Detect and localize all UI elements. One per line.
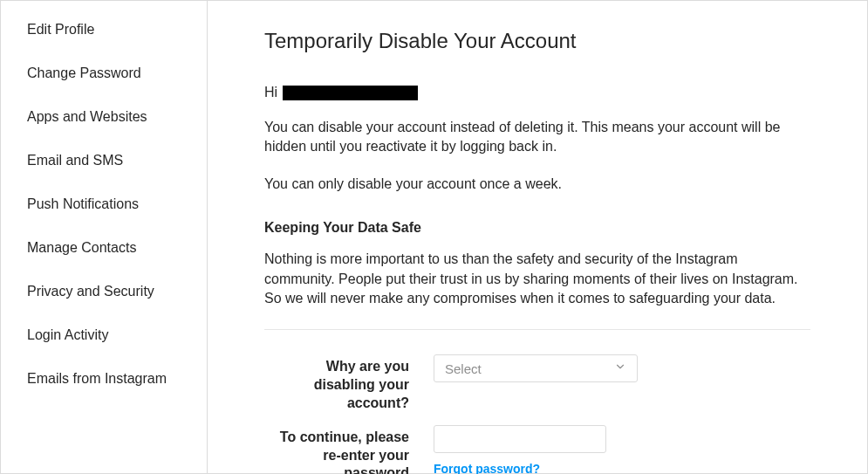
chevron-down-icon — [614, 361, 626, 376]
reason-select-value: Select — [445, 361, 614, 376]
disable-description-1: You can disable your account instead of … — [264, 118, 810, 157]
redacted-username — [283, 86, 418, 100]
password-label: To continue, please re-enter your passwo… — [264, 425, 434, 474]
data-safe-paragraph: Nothing is more important to us than the… — [264, 250, 810, 308]
sidebar-item-change-password[interactable]: Change Password — [1, 52, 207, 95]
password-row: To continue, please re-enter your passwo… — [264, 425, 810, 474]
settings-container: Edit Profile Change Password Apps and We… — [0, 0, 868, 474]
sidebar-item-push-notifications[interactable]: Push Notifications — [1, 182, 207, 226]
reason-label: Why are you disabling your account? — [264, 354, 434, 412]
sidebar-item-login-activity[interactable]: Login Activity — [1, 313, 207, 357]
main-content: Temporarily Disable Your Account Hi You … — [208, 1, 867, 473]
greeting-row: Hi — [264, 85, 810, 100]
sidebar-item-email-sms[interactable]: Email and SMS — [1, 139, 207, 182]
data-safe-heading: Keeping Your Data Safe — [264, 220, 810, 236]
password-input[interactable] — [434, 425, 606, 453]
sidebar-item-edit-profile[interactable]: Edit Profile — [1, 8, 207, 52]
reason-row: Why are you disabling your account? Sele… — [264, 354, 810, 412]
disable-description-2: You can only disable your account once a… — [264, 175, 810, 194]
section-divider — [264, 329, 810, 330]
sidebar-item-apps-websites[interactable]: Apps and Websites — [1, 95, 207, 139]
page-title: Temporarily Disable Your Account — [264, 29, 810, 53]
sidebar-item-manage-contacts[interactable]: Manage Contacts — [1, 226, 207, 270]
reason-select[interactable]: Select — [434, 354, 638, 382]
forgot-password-link[interactable]: Forgot password? — [434, 462, 606, 474]
greeting-prefix: Hi — [264, 85, 277, 100]
settings-sidebar: Edit Profile Change Password Apps and We… — [1, 1, 208, 473]
sidebar-item-privacy-security[interactable]: Privacy and Security — [1, 270, 207, 313]
sidebar-item-emails-instagram[interactable]: Emails from Instagram — [1, 357, 207, 401]
